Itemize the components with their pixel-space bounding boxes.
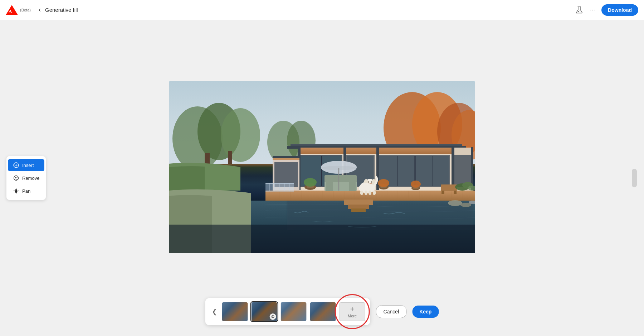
thumbnail-3[interactable] xyxy=(281,302,307,321)
main-image xyxy=(169,81,475,253)
prev-button[interactable]: ❮ xyxy=(210,306,219,317)
scroll-handle[interactable] xyxy=(632,169,637,187)
tool-remove[interactable]: Remove xyxy=(8,172,44,184)
pan-icon xyxy=(13,188,19,194)
download-button[interactable]: Download xyxy=(601,4,638,16)
svg-point-122 xyxy=(273,316,274,317)
more-label: More xyxy=(348,314,357,318)
svg-point-87 xyxy=(378,179,389,187)
svg-rect-118 xyxy=(169,225,475,253)
thumbnail-1[interactable] xyxy=(222,302,248,321)
svg-point-6 xyxy=(14,176,19,181)
svg-point-120 xyxy=(272,316,273,317)
svg-rect-45 xyxy=(273,156,299,158)
svg-point-121 xyxy=(273,316,273,317)
svg-point-100 xyxy=(371,182,372,183)
svg-rect-112 xyxy=(344,200,373,205)
thumbnail-3-image xyxy=(281,302,307,321)
svg-point-84 xyxy=(304,178,317,187)
svg-rect-103 xyxy=(360,191,363,195)
tool-insert[interactable]: Insert xyxy=(8,159,44,171)
header-right-actions: ··· Download xyxy=(574,4,638,16)
svg-point-90 xyxy=(411,181,421,188)
back-button[interactable]: ‹ xyxy=(36,5,44,15)
svg-rect-12 xyxy=(228,151,232,164)
thumbnail-2-badge xyxy=(270,313,276,320)
svg-rect-105 xyxy=(369,191,371,195)
svg-rect-106 xyxy=(373,191,376,195)
remove-icon xyxy=(13,175,19,181)
beaker-icon[interactable] xyxy=(574,5,584,15)
svg-point-4 xyxy=(580,10,580,11)
svg-rect-77 xyxy=(326,181,333,191)
left-toolbar: Insert Remove Pan xyxy=(6,156,46,200)
insert-label: Insert xyxy=(22,163,34,168)
tool-pan[interactable]: Pan xyxy=(8,185,44,197)
svg-rect-93 xyxy=(454,191,457,194)
svg-rect-40 xyxy=(452,147,454,190)
thumbnail-1-image xyxy=(222,302,248,321)
svg-rect-104 xyxy=(365,191,367,195)
svg-rect-113 xyxy=(348,205,369,209)
adobe-logo-icon: A xyxy=(6,5,18,15)
beta-badge: (Beta) xyxy=(20,8,31,12)
svg-point-115 xyxy=(448,200,462,206)
canvas-area xyxy=(169,81,475,253)
pan-label: Pan xyxy=(22,188,30,194)
svg-rect-92 xyxy=(441,191,444,194)
plus-icon: + xyxy=(350,306,355,313)
svg-point-99 xyxy=(368,182,369,183)
more-button[interactable]: + More xyxy=(340,302,365,321)
remove-label: Remove xyxy=(22,176,39,181)
keep-button[interactable]: Keep xyxy=(412,306,439,318)
thumbnail-4-image xyxy=(310,302,336,321)
thumbnail-4[interactable] xyxy=(310,302,336,321)
cancel-button[interactable]: Cancel xyxy=(376,305,407,318)
back-arrow-icon: ‹ xyxy=(39,6,41,14)
more-wrapper: + More xyxy=(340,302,365,321)
svg-text:A: A xyxy=(9,9,12,14)
main-content: Insert Remove Pan xyxy=(0,20,644,336)
page-title: Generative fill xyxy=(45,7,78,13)
header-more-button[interactable]: ··· xyxy=(588,5,598,15)
svg-point-3 xyxy=(578,11,579,12)
insert-icon xyxy=(13,162,19,168)
thumbnail-strip: ❮ xyxy=(205,298,370,325)
header: A (Beta) ‹ Generative fill ··· Download xyxy=(0,0,644,20)
bottom-panel: ❮ xyxy=(205,298,439,325)
svg-rect-114 xyxy=(351,208,366,212)
svg-rect-91 xyxy=(441,184,457,191)
svg-point-10 xyxy=(221,108,260,162)
svg-rect-78 xyxy=(349,181,356,191)
thumbnail-2[interactable] xyxy=(252,302,277,321)
